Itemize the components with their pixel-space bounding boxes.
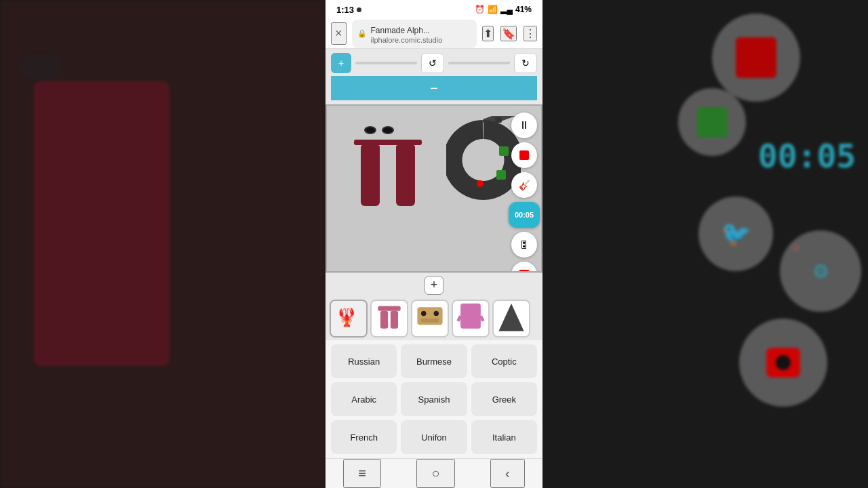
lang-button-spanish[interactable]: Spanish — [401, 382, 467, 416]
bg-circle-red — [712, 14, 800, 102]
canvas-bg: ⏸ 🎸 00:05 🎛 — [327, 106, 541, 271]
browser-title: Fanmade Alph... — [371, 26, 430, 35]
bg-circle-timer: 00:05 — [760, 108, 854, 203]
svg-rect-13 — [460, 304, 481, 329]
toolbar-row-1: + ↺ ↻ — [331, 53, 537, 73]
lang-button-coptic[interactable]: Coptic — [471, 344, 537, 378]
pi-leg-left — [361, 145, 380, 206]
lang-button-greek[interactable]: Greek — [471, 382, 537, 416]
pi-character — [354, 119, 422, 228]
share-button[interactable]: ⬆ — [482, 26, 494, 41]
char-svg-1 — [372, 301, 407, 336]
bg-circle-green — [678, 88, 746, 156]
lang-button-burmese[interactable]: Burmese — [401, 344, 467, 378]
lang-button-arabic[interactable]: Arabic — [331, 382, 397, 416]
guitar-button[interactable]: 🎸 — [511, 172, 537, 198]
nav-menu-button[interactable]: ≡ — [343, 459, 381, 488]
browser-url: ilphalore.comic.studio — [371, 36, 443, 44]
bookmark-button[interactable]: 🔖 — [500, 26, 517, 41]
status-left: 1:13 — [336, 5, 361, 15]
status-right: ⏰ 📶 ▂▄ 41% — [475, 5, 532, 14]
svg-text:🦞: 🦞 — [336, 306, 358, 328]
lang-button-french[interactable]: French — [331, 420, 397, 454]
svg-point-10 — [421, 311, 426, 316]
slider-1[interactable] — [355, 62, 417, 64]
bg-circle-camera — [739, 319, 827, 407]
svg-rect-6 — [378, 306, 400, 310]
menu-button[interactable]: ⋮ — [524, 26, 537, 41]
timer-display: 00:05 — [509, 202, 540, 228]
bg-timer-display: 00:05 — [758, 137, 856, 175]
pi-eyes — [364, 126, 394, 134]
char-svg-0: 🦞 — [331, 301, 366, 336]
char-svg-3 — [453, 301, 488, 336]
battery-level: 41% — [515, 5, 532, 14]
pause-icon: ⏸ — [519, 119, 530, 131]
alarm-icon: ⏰ — [475, 5, 485, 14]
char-thumb-1[interactable] — [370, 300, 408, 338]
pi-leg-right — [396, 145, 415, 206]
char-thumb-0[interactable]: 🦞 — [330, 300, 368, 338]
add-scene-button[interactable]: + — [331, 53, 351, 73]
lock-icon: 🔒 — [357, 29, 367, 38]
background-left — [0, 0, 326, 488]
svg-rect-7 — [380, 311, 388, 329]
clock: 1:13 — [336, 5, 354, 15]
pi-body — [354, 140, 422, 145]
lang-button-italian[interactable]: Italian — [471, 420, 537, 454]
svg-line-15 — [481, 316, 484, 321]
char-thumb-3[interactable] — [452, 300, 490, 338]
browser-close-button[interactable]: × — [331, 22, 347, 45]
bg-circle-settings: ⚙ — [780, 230, 861, 312]
toolbar-area: + ↺ ↻ − — [326, 49, 542, 104]
svg-rect-1 — [495, 117, 502, 123]
browser-url-area[interactable]: 🔒 Fanmade Alph... ilphalore.comic.studio — [352, 20, 477, 48]
bottom-nav: ≡ ○ ‹ — [326, 458, 542, 488]
stop-button[interactable] — [511, 142, 537, 168]
refresh-button[interactable]: ↺ — [421, 53, 444, 73]
settings-icon: 🎛 — [519, 239, 529, 250]
stop-icon — [519, 150, 529, 160]
svg-rect-8 — [391, 311, 398, 329]
guitar-icon: 🎸 — [519, 180, 530, 190]
lang-button-unifon[interactable]: Unifon — [401, 420, 467, 454]
status-dot — [357, 7, 361, 12]
svg-rect-12 — [421, 319, 439, 323]
camera-button[interactable] — [511, 262, 537, 272]
camera-icon — [519, 270, 530, 272]
settings-button[interactable]: 🎛 — [511, 232, 537, 258]
language-grid: Russian Burmese Coptic Arabic Spanish Gr… — [326, 340, 542, 458]
canvas-area: ⏸ 🎸 00:05 🎛 — [326, 104, 542, 272]
svg-point-11 — [434, 311, 439, 316]
svg-line-14 — [458, 316, 460, 321]
bg-circle-bird: 🐦 — [698, 197, 773, 271]
pause-button[interactable]: ⏸ — [511, 113, 537, 138]
lang-button-russian[interactable]: Russian — [331, 344, 397, 378]
char-thumb-4[interactable] — [492, 300, 530, 338]
browser-actions: ⬆ 🔖 ⋮ — [482, 26, 537, 41]
signal-icon: ▂▄ — [500, 5, 513, 14]
nav-back-button[interactable]: ‹ — [490, 459, 525, 488]
svg-rect-2 — [499, 146, 509, 156]
pi-eye-left — [364, 126, 376, 134]
redo-button[interactable]: ↻ — [514, 53, 537, 73]
browser-bar: × 🔒 Fanmade Alph... ilphalore.comic.stud… — [326, 19, 542, 49]
char-svg-4 — [494, 301, 529, 336]
svg-point-4 — [477, 180, 484, 187]
phone-container: 1:13 ⏰ 📶 ▂▄ 41% × 🔒 Fanmade Alph... ilph… — [326, 0, 542, 488]
svg-rect-3 — [496, 170, 506, 180]
add-row: + — [326, 272, 542, 297]
camera-lens — [521, 272, 527, 272]
character-strip: 🦞 — [326, 297, 542, 340]
wifi-icon: 📶 — [488, 5, 498, 14]
nav-home-button[interactable]: ○ — [416, 459, 454, 488]
background-right: 00:05 🐦 ⚙ — [542, 0, 868, 488]
status-bar: 1:13 ⏰ 📶 ▂▄ 41% — [326, 0, 542, 19]
pi-eye-right — [382, 126, 394, 134]
char-thumb-2[interactable] — [411, 300, 449, 338]
controls-overlay: ⏸ 🎸 00:05 🎛 — [509, 113, 540, 272]
add-plus-button[interactable]: + — [425, 276, 443, 295]
slider-2[interactable] — [448, 62, 510, 64]
char-svg-2 — [412, 301, 448, 336]
minus-bar[interactable]: − — [331, 76, 537, 100]
